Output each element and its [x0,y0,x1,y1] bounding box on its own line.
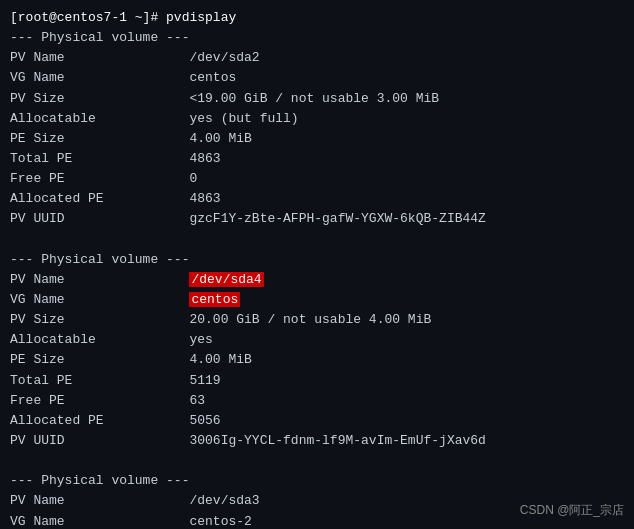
terminal: [root@centos7-1 ~]# pvdisplay --- Physic… [0,0,634,529]
field-total-pe-1: Total PE 4863 [10,149,624,169]
field-allocated-pe-1: Allocated PE 4863 [10,189,624,209]
field-allocatable-2: Allocatable yes [10,330,624,350]
field-pe-size-2: PE Size 4.00 MiB [10,350,624,370]
field-allocated-pe-2: Allocated PE 5056 [10,411,624,431]
section-header-1: --- Physical volume --- [10,28,624,48]
section-header-3: --- Physical volume --- [10,471,624,491]
field-vg-name-2: VG Name centos [10,290,624,310]
field-pv-uuid-1: PV UUID gzcF1Y-zBte-AFPH-gafW-YGXW-6kQB-… [10,209,624,229]
field-pv-size-1: PV Size <19.00 GiB / not usable 3.00 MiB [10,89,624,109]
spacer-1 [10,230,624,250]
field-vg-name-1: VG Name centos [10,68,624,88]
field-pv-size-2: PV Size 20.00 GiB / not usable 4.00 MiB [10,310,624,330]
field-pv-name-2: PV Name /dev/sda4 [10,270,624,290]
section-header-2: --- Physical volume --- [10,250,624,270]
prompt-line: [root@centos7-1 ~]# pvdisplay [10,8,624,28]
field-pv-name-1: PV Name /dev/sda2 [10,48,624,68]
spacer-2 [10,451,624,471]
field-free-pe-1: Free PE 0 [10,169,624,189]
field-allocatable-1: Allocatable yes (but full) [10,109,624,129]
field-pe-size-1: PE Size 4.00 MiB [10,129,624,149]
field-total-pe-2: Total PE 5119 [10,371,624,391]
field-free-pe-2: Free PE 63 [10,391,624,411]
watermark: CSDN @阿正_宗店 [520,502,624,519]
field-pv-uuid-2: PV UUID 3006Ig-YYCL-fdnm-lf9M-avIm-EmUf-… [10,431,624,451]
